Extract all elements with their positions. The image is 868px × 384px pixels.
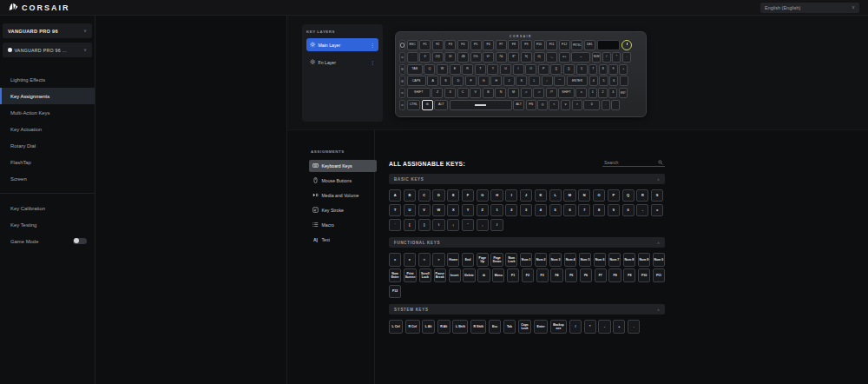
kb-key-3[interactable]: 3#	[444, 52, 456, 63]
kb-key-f8[interactable]: F8	[508, 40, 519, 50]
kb-key-i[interactable]: I	[513, 64, 524, 75]
assignable-key-x[interactable]: X	[447, 204, 459, 216]
assignable-key-key[interactable]: /	[569, 320, 582, 334]
assignable-key-9[interactable]: 9	[608, 204, 620, 216]
kb-key-f[interactable]: F	[465, 76, 477, 86]
kb-key-8[interactable]: 8*	[508, 52, 519, 63]
kb-key-y[interactable]: Y	[487, 64, 498, 75]
kebab-menu-icon[interactable]: ⋮	[370, 43, 375, 48]
kb-key-key[interactable]: ←	[571, 52, 590, 63]
kb-key-alt[interactable]: ALT	[513, 100, 524, 110]
kb-key-key[interactable]	[611, 100, 619, 110]
chevron-up-icon[interactable]: ∧	[657, 177, 660, 182]
assignable-key-n[interactable]: N	[578, 189, 590, 202]
kebab-menu-icon[interactable]: ⋮	[370, 60, 375, 65]
kb-key-key[interactable]: /	[602, 52, 611, 63]
kb-key-t[interactable]: T	[475, 64, 486, 75]
kb-key-z[interactable]: Z	[431, 88, 443, 98]
kb-key-shift[interactable]: SHIFT	[558, 88, 574, 98]
kb-key-c[interactable]: C	[457, 88, 469, 98]
kb-key-4[interactable]: 4$	[457, 52, 469, 63]
kb-key-9[interactable]: 9(	[521, 52, 532, 63]
kb-key-8[interactable]: 8	[599, 64, 608, 75]
assignable-key-3[interactable]: 3	[520, 204, 532, 216]
kb-key-fn[interactable]: FN	[526, 100, 536, 110]
assignable-key-5[interactable]: 5	[549, 204, 562, 216]
assignable-key-insert[interactable]: Insert	[449, 268, 461, 282]
assignable-key-u[interactable]: U	[404, 204, 416, 216]
kb-key-key[interactable]: <	[549, 100, 559, 110]
kb-key-e[interactable]: E	[450, 64, 461, 75]
kb-key-x[interactable]: X	[444, 88, 456, 98]
sidebar-item-key-calibration[interactable]: Key Calibration	[0, 200, 95, 216]
assignable-key-key[interactable]: ]	[418, 219, 431, 231]
kb-key-f1[interactable]: F1	[419, 40, 431, 50]
kb-key-shift[interactable]: SHIFT	[407, 88, 431, 98]
kb-key-g[interactable]: G	[478, 76, 490, 86]
assignable-key-num-8[interactable]: Num 8	[623, 253, 635, 267]
kb-key-2[interactable]: 2	[598, 88, 607, 98]
kb-key-5[interactable]: 5	[599, 76, 608, 86]
assignable-key-t[interactable]: T	[389, 204, 401, 216]
assignable-key-enter[interactable]: Enter	[534, 320, 548, 334]
kb-macro-key[interactable]	[399, 40, 405, 50]
search-box[interactable]	[602, 159, 665, 167]
assignable-key-f9[interactable]: F9	[623, 268, 635, 282]
assignable-key-num-6[interactable]: Num 6	[594, 253, 606, 267]
kb-key-6[interactable]: 6	[609, 76, 618, 86]
assignable-key-delete[interactable]: Delete	[463, 268, 476, 282]
assignable-key-g[interactable]: G	[477, 189, 489, 202]
assignable-key-num-lock[interactable]: Num Lock	[505, 253, 517, 267]
assignable-key-end[interactable]: End	[462, 253, 474, 267]
assignable-key-0[interactable]: 0	[622, 204, 635, 216]
kb-key-7[interactable]: 7	[589, 64, 597, 75]
kb-macro-key[interactable]	[399, 88, 405, 98]
assignable-key-caps-lock[interactable]: Caps Lock	[518, 320, 532, 334]
kb-key-f7[interactable]: F7	[496, 40, 507, 50]
assignable-key-key[interactable]: ,	[477, 219, 489, 231]
kb-key-key[interactable]: -	[622, 52, 631, 63]
kb-key-n[interactable]: N	[495, 88, 506, 98]
kb-key-p[interactable]: P	[538, 64, 549, 75]
assignable-key-key[interactable]: ;	[447, 219, 459, 231]
assignable-key-key[interactable]: +	[613, 320, 625, 334]
assignable-key-page-down[interactable]: Page Down	[490, 253, 503, 267]
kb-key-key[interactable]: *	[612, 52, 621, 63]
kb-key-key[interactable]: +	[619, 64, 628, 75]
assignable-key-f6[interactable]: F6	[580, 268, 592, 282]
kb-key-6[interactable]: 6^	[483, 52, 494, 63]
assignable-key-f10[interactable]: F10	[638, 268, 650, 282]
language-selector[interactable]: English (English) ∨	[760, 3, 859, 13]
assignable-key-m[interactable]: M	[563, 189, 575, 202]
assignable-key-key[interactable]: ⊞	[477, 268, 490, 282]
assignable-key-c[interactable]: C	[418, 189, 431, 202]
kb-key-5[interactable]: 5%	[470, 52, 482, 63]
kb-key-key[interactable]: =+	[559, 52, 570, 63]
kb-key-alt[interactable]: ALT	[434, 100, 448, 110]
assignable-key-4[interactable]: 4	[535, 204, 547, 216]
kb-key-h[interactable]: H	[490, 76, 502, 86]
assignable-key-num-7[interactable]: Num 7	[608, 253, 621, 267]
sidebar-item-rotary-dial[interactable]: Rotary Dial	[0, 137, 95, 154]
assignable-key-f12[interactable]: F12	[389, 285, 401, 299]
kb-key-key[interactable]: `	[407, 52, 418, 63]
kb-key-key[interactable]: ∧	[575, 88, 587, 98]
assignable-key-f4[interactable]: F4	[550, 268, 562, 282]
search-input[interactable]	[604, 160, 654, 165]
assignable-key-key[interactable]: [	[404, 219, 416, 231]
kb-key-key[interactable]: ,<	[521, 88, 532, 98]
kb-key-q[interactable]: Q	[424, 64, 435, 75]
assignable-key-key[interactable]: -	[636, 204, 648, 216]
kb-key-o[interactable]: O	[525, 64, 536, 75]
assignable-key-2[interactable]: 2	[505, 204, 517, 216]
assignable-key-page-up[interactable]: Page Up	[477, 253, 489, 267]
kb-key-key[interactable]: [{	[550, 64, 562, 75]
device-profile-selector[interactable]: VANGUARD PRO 96 ... ∨	[3, 43, 92, 57]
kb-key-key[interactable]: '"	[554, 76, 565, 86]
assignable-key-h[interactable]: H	[490, 189, 503, 202]
assignable-key-num-5[interactable]: Num 5	[579, 253, 591, 267]
assignable-key-j[interactable]: J	[520, 189, 532, 202]
kb-rotary-dial[interactable]	[621, 40, 632, 50]
assignable-key-l[interactable]: L	[549, 189, 562, 202]
kb-key-key[interactable]: -_	[546, 52, 557, 63]
